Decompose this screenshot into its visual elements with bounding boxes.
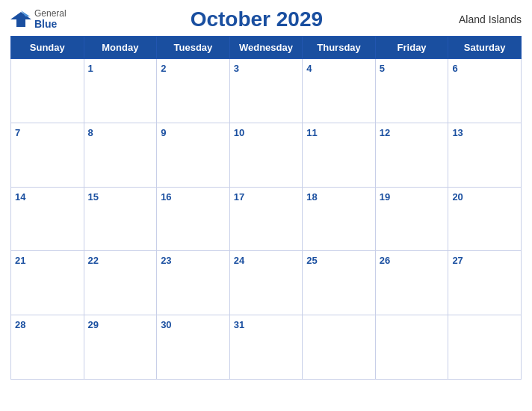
day-number: 3 — [234, 63, 239, 74]
calendar-cell: 19 — [375, 187, 448, 251]
day-number: 17 — [234, 191, 244, 203]
day-number: 9 — [161, 127, 166, 138]
calendar-table: SundayMondayTuesdayWednesdayThursdayFrid… — [10, 36, 522, 380]
calendar-cell: 2 — [157, 59, 230, 123]
calendar-header: General Blue October 2029 Aland Islands — [10, 7, 522, 31]
calendar-cell: 17 — [229, 187, 303, 251]
day-number: 26 — [380, 255, 390, 266]
calendar-cell — [11, 59, 84, 123]
calendar-cell: 4 — [303, 59, 376, 123]
calendar-cell: 5 — [375, 59, 448, 123]
calendar-cell: 16 — [157, 187, 230, 251]
calendar-cell: 30 — [157, 315, 230, 380]
weekday-header-monday: Monday — [84, 37, 157, 59]
day-number: 27 — [452, 255, 463, 266]
calendar-cell: 27 — [448, 251, 522, 315]
day-number: 6 — [452, 63, 457, 74]
day-number: 1 — [88, 63, 93, 74]
day-number: 10 — [234, 127, 244, 138]
day-number: 12 — [380, 127, 390, 138]
calendar-cell — [303, 315, 376, 380]
calendar-cell: 20 — [448, 187, 522, 251]
week-row-1: 123456 — [11, 59, 522, 123]
day-number: 23 — [161, 255, 171, 266]
logo-blue-label: Blue — [34, 19, 66, 30]
calendar-cell: 21 — [11, 251, 84, 315]
calendar-cell: 23 — [157, 251, 230, 315]
calendar-cell — [448, 315, 522, 380]
calendar-container: General Blue October 2029 Aland Islands … — [0, 0, 532, 411]
logo-area: General Blue — [10, 9, 66, 31]
week-row-4: 21222324252627 — [11, 251, 522, 315]
day-number: 29 — [88, 319, 99, 330]
calendar-cell: 6 — [448, 59, 522, 123]
calendar-cell: 10 — [229, 123, 303, 187]
day-number: 30 — [161, 319, 171, 330]
calendar-title: October 2029 — [191, 7, 323, 31]
day-number: 13 — [452, 127, 463, 138]
day-number: 20 — [452, 191, 463, 203]
calendar-cell: 14 — [11, 187, 84, 251]
calendar-tbody: 1234567891011121314151617181920212223242… — [11, 59, 522, 380]
day-number: 19 — [380, 191, 390, 203]
day-number: 22 — [88, 255, 99, 266]
day-number: 2 — [161, 63, 166, 74]
calendar-cell: 31 — [229, 315, 303, 380]
calendar-cell: 8 — [84, 123, 157, 187]
title-area: October 2029 — [66, 7, 447, 31]
day-number: 11 — [306, 127, 317, 138]
calendar-cell: 11 — [303, 123, 376, 187]
week-row-5: 28293031 — [11, 315, 522, 380]
day-number: 16 — [161, 191, 171, 203]
calendar-cell: 18 — [303, 187, 376, 251]
weekday-header-thursday: Thursday — [303, 37, 376, 59]
calendar-cell: 13 — [448, 123, 522, 187]
day-number: 31 — [234, 319, 244, 330]
day-number: 7 — [15, 127, 20, 138]
week-row-3: 14151617181920 — [11, 187, 522, 251]
day-number: 24 — [234, 255, 244, 266]
day-number: 21 — [15, 255, 25, 266]
calendar-cell: 15 — [84, 187, 157, 251]
week-row-2: 78910111213 — [11, 123, 522, 187]
day-number: 28 — [15, 319, 25, 330]
day-number: 14 — [15, 191, 25, 203]
weekday-header-sunday: Sunday — [11, 37, 84, 59]
day-number: 15 — [88, 191, 99, 203]
weekday-header-row: SundayMondayTuesdayWednesdayThursdayFrid… — [11, 37, 522, 59]
weekday-header-tuesday: Tuesday — [157, 37, 230, 59]
calendar-cell: 3 — [229, 59, 303, 123]
calendar-cell: 7 — [11, 123, 84, 187]
calendar-cell: 25 — [303, 251, 376, 315]
day-number: 25 — [306, 255, 317, 266]
calendar-cell: 9 — [157, 123, 230, 187]
calendar-cell: 28 — [11, 315, 84, 380]
logo-general-label: General — [34, 9, 66, 19]
day-number: 18 — [306, 191, 317, 203]
logo-bird-icon — [10, 9, 31, 30]
calendar-cell: 1 — [84, 59, 157, 123]
calendar-cell: 24 — [229, 251, 303, 315]
calendar-cell: 26 — [375, 251, 448, 315]
calendar-cell: 29 — [84, 315, 157, 380]
weekday-header-wednesday: Wednesday — [229, 37, 303, 59]
weekday-header-saturday: Saturday — [448, 37, 522, 59]
day-number: 4 — [306, 63, 312, 74]
svg-marker-0 — [10, 12, 31, 27]
day-number: 5 — [380, 63, 385, 74]
calendar-cell: 12 — [375, 123, 448, 187]
logo-text: General Blue — [34, 9, 66, 31]
calendar-thead: SundayMondayTuesdayWednesdayThursdayFrid… — [11, 37, 522, 59]
region-label: Aland Islands — [447, 13, 522, 25]
weekday-header-friday: Friday — [375, 37, 448, 59]
day-number: 8 — [88, 127, 93, 138]
calendar-cell — [375, 315, 448, 380]
calendar-cell: 22 — [84, 251, 157, 315]
